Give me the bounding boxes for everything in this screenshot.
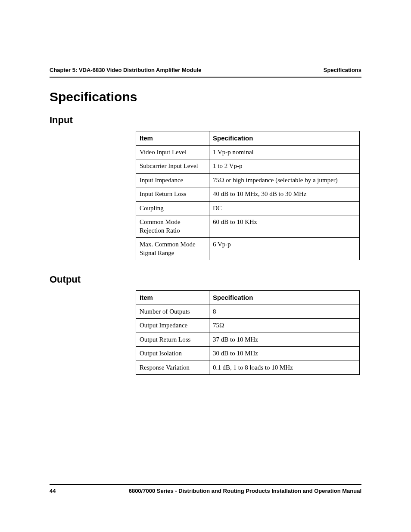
input-table-wrap: Item Specification Video Input Level 1 V… (136, 131, 361, 260)
cell-item: Number of Outputs (136, 305, 209, 319)
cell-spec: 60 dB to 10 KHz (209, 215, 360, 238)
cell-item: Output Return Loss (136, 333, 209, 347)
table-row: Common Mode Rejection Ratio 60 dB to 10 … (136, 215, 360, 238)
col-header-item: Item (136, 291, 209, 305)
cell-spec: 30 dB to 10 MHz (209, 347, 360, 361)
table-row: Response Variation 0.1 dB, 1 to 8 loads … (136, 361, 360, 375)
cell-spec: 37 dB to 10 MHz (209, 333, 360, 347)
table-header-row: Item Specification (136, 131, 360, 146)
cell-spec: 6 Vp-p (209, 238, 360, 260)
table-row: Input Impedance 75Ω or high impedance (s… (136, 173, 360, 187)
table-row: Number of Outputs 8 (136, 305, 360, 319)
footer-row: 44 6800/7000 Series - Distribution and R… (50, 488, 361, 494)
cell-item: Input Impedance (136, 173, 209, 187)
col-header-item: Item (136, 131, 209, 146)
table-row: Subcarrier Input Level 1 to 2 Vp-p (136, 159, 360, 174)
header-left: Chapter 5: VDA-6830 Video Distribution A… (50, 67, 202, 73)
cell-spec: 1 Vp-p nominal (209, 145, 360, 159)
cell-item: Coupling (136, 201, 209, 215)
cell-spec: 8 (209, 305, 360, 319)
cell-spec: 40 dB to 10 MHz, 30 dB to 30 MHz (209, 187, 360, 202)
cell-item: Output Impedance (136, 319, 209, 333)
page-header: Chapter 5: VDA-6830 Video Distribution A… (50, 67, 361, 73)
table-row: Output Isolation 30 dB to 10 MHz (136, 347, 360, 361)
page-footer: 44 6800/7000 Series - Distribution and R… (50, 484, 361, 494)
cell-item: Max. Common Mode Signal Range (136, 238, 209, 260)
cell-item: Subcarrier Input Level (136, 159, 209, 174)
section-heading-output: Output (50, 274, 361, 285)
page-number: 44 (50, 488, 56, 494)
cell-spec: 1 to 2 Vp-p (209, 159, 360, 174)
page-title: Specifications (50, 90, 361, 104)
cell-spec: 0.1 dB, 1 to 8 loads to 10 MHz (209, 361, 360, 375)
output-table-wrap: Item Specification Number of Outputs 8 O… (136, 290, 361, 375)
col-header-spec: Specification (209, 291, 360, 305)
footer-rule (50, 484, 361, 485)
col-header-spec: Specification (209, 131, 360, 146)
table-row: Max. Common Mode Signal Range 6 Vp-p (136, 238, 360, 260)
input-table: Item Specification Video Input Level 1 V… (136, 131, 360, 260)
output-table: Item Specification Number of Outputs 8 O… (136, 290, 360, 375)
table-header-row: Item Specification (136, 291, 360, 305)
cell-item: Video Input Level (136, 145, 209, 159)
cell-spec: 75Ω (209, 319, 360, 333)
cell-item: Input Return Loss (136, 187, 209, 202)
table-row: Output Impedance 75Ω (136, 319, 360, 333)
header-rule (50, 77, 361, 78)
cell-item: Response Variation (136, 361, 209, 375)
header-right: Specifications (324, 67, 361, 73)
table-row: Coupling DC (136, 201, 360, 215)
cell-item: Common Mode Rejection Ratio (136, 215, 209, 238)
footer-text: 6800/7000 Series - Distribution and Rout… (129, 488, 361, 494)
cell-spec: DC (209, 201, 360, 215)
cell-item: Output Isolation (136, 347, 209, 361)
cell-spec: 75Ω or high impedance (selectable by a j… (209, 173, 360, 187)
section-heading-input: Input (50, 115, 361, 126)
table-row: Input Return Loss 40 dB to 10 MHz, 30 dB… (136, 187, 360, 202)
table-row: Video Input Level 1 Vp-p nominal (136, 145, 360, 159)
table-row: Output Return Loss 37 dB to 10 MHz (136, 333, 360, 347)
